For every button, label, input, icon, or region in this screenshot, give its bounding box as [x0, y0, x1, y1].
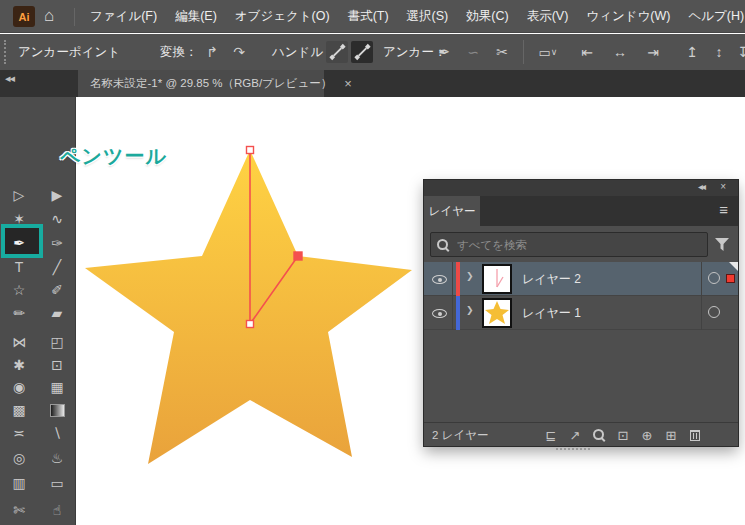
perspective-grid-tool[interactable]: ▦ — [40, 376, 74, 398]
eyedropper-tool[interactable]: ∖ — [40, 422, 74, 444]
delete-layer-icon[interactable] — [684, 423, 706, 447]
layer-row-レイヤー1[interactable]: ❯レイヤー 1 — [424, 296, 738, 330]
hide-handles-icon[interactable] — [351, 41, 373, 63]
symbol-tool[interactable]: ◎ — [2, 447, 36, 469]
collapse-panel-icon[interactable]: ◂◂ — [698, 181, 704, 192]
locate-object-icon[interactable] — [588, 423, 610, 447]
align-middle-vertical-icon[interactable]: ↕ — [707, 34, 731, 70]
gradient-tool[interactable] — [40, 399, 74, 421]
smooth-segment-icon[interactable]: ∽ — [461, 34, 485, 70]
new-sublayer-icon[interactable]: ⊕ — [636, 423, 658, 447]
star-shape[interactable] — [85, 150, 412, 464]
align-top-icon[interactable]: ↥ — [680, 34, 704, 70]
visibility-eye-icon[interactable] — [432, 309, 447, 318]
home-icon[interactable]: ⌂ — [44, 5, 54, 27]
menubar: Ai ⌂ ファイル(F)編集(E)オブジェクト(O)書式(T)選択(S)効果(C… — [0, 0, 745, 33]
artboard-tool[interactable]: ▭ — [40, 472, 74, 494]
add-anchor-pen-icon[interactable]: ✒ — [432, 34, 456, 70]
illustrator-window: Ai ⌂ ファイル(F)編集(E)オブジェクト(O)書式(T)選択(S)効果(C… — [0, 0, 745, 525]
panel-fold-corner — [729, 262, 738, 271]
line-segment-tool[interactable]: ╱ — [40, 256, 74, 278]
menubar-divider — [74, 8, 75, 26]
align-bottom-icon[interactable]: ↧ — [731, 34, 745, 70]
shaper-tool[interactable]: ✏ — [2, 302, 36, 324]
illustrator-logo[interactable]: Ai — [13, 6, 35, 27]
shape-builder-tool[interactable]: ◉ — [2, 376, 36, 398]
align-center-horizontal-icon[interactable]: ↔ — [608, 34, 632, 70]
collect-in-new-layer-icon[interactable]: ⊑ — [540, 423, 562, 447]
pen-tool-callout: ペンツール — [60, 143, 167, 170]
menu-item-8[interactable]: ヘルプ(H) — [688, 8, 744, 25]
menu-item-4[interactable]: 選択(S) — [407, 8, 449, 25]
expand-chevron-icon[interactable]: ❯ — [466, 305, 474, 315]
search-input[interactable] — [430, 232, 708, 257]
reflect-tool[interactable]: ⋈ — [2, 331, 36, 353]
anchor-point-selected[interactable] — [294, 252, 302, 260]
scale-tool[interactable]: ◰ — [40, 331, 74, 353]
eraser-tool[interactable]: ▰ — [40, 302, 74, 324]
menu-item-5[interactable]: 効果(C) — [466, 8, 508, 25]
release-to-layers-icon[interactable]: ↗ — [564, 423, 586, 447]
pen-tool[interactable]: ✒ — [2, 232, 36, 254]
panel-menu-icon[interactable]: ≡ — [719, 201, 728, 218]
menu-item-6[interactable]: 表示(V) — [527, 8, 569, 25]
new-layer-icon[interactable]: ⊞ — [660, 423, 682, 447]
anchor-point-0[interactable] — [247, 147, 254, 154]
convert-to-corner-icon[interactable]: ↱ — [200, 34, 224, 70]
close-tab-icon[interactable]: × — [344, 76, 352, 91]
layer-color-bar — [456, 296, 460, 330]
align-right-icon[interactable]: ⇥ — [641, 34, 665, 70]
menu-item-3[interactable]: 書式(T) — [348, 8, 389, 25]
layer-thumbnail[interactable] — [482, 264, 512, 294]
controlbar-grip[interactable] — [4, 40, 6, 64]
panel-resize-grip[interactable] — [556, 448, 590, 450]
layer-row-レイヤー2[interactable]: ❯レイヤー 2 — [424, 262, 738, 296]
menu-item-2[interactable]: オブジェクト(O) — [235, 8, 330, 25]
magic-wand-tool[interactable]: ✶ — [2, 208, 36, 230]
width-tool[interactable]: ≍ — [2, 422, 36, 444]
controlbar-divider — [523, 40, 524, 64]
selection-indicator — [727, 275, 734, 282]
slice-tool[interactable]: ✄ — [2, 499, 36, 521]
expand-chevron-icon[interactable]: ❯ — [466, 271, 474, 281]
document-tab[interactable]: 名称未設定-1* @ 29.85 %（RGB/プレビュー） × — [78, 70, 324, 97]
close-panel-icon[interactable]: × — [720, 181, 726, 192]
menu-item-0[interactable]: ファイル(F) — [90, 8, 157, 25]
anchor-point-1[interactable] — [247, 321, 254, 328]
layer-name[interactable]: レイヤー 2 — [522, 271, 581, 288]
direct-selection-tool[interactable]: ▶ — [40, 184, 74, 206]
cut-path-icon[interactable]: ✂ — [490, 34, 514, 70]
document-title: 名称未設定-1* @ 29.85 %（RGB/プレビュー） — [78, 76, 332, 91]
target-circle-icon[interactable] — [708, 272, 720, 284]
type-tool[interactable]: T — [2, 256, 36, 278]
target-circle-icon[interactable] — [708, 306, 720, 318]
convert-to-smooth-icon[interactable]: ↷ — [227, 34, 251, 70]
show-handles-icon[interactable] — [326, 41, 348, 63]
search-icon — [437, 239, 450, 252]
lasso-tool[interactable]: ∿ — [40, 208, 74, 230]
layer-thumbnail[interactable] — [482, 298, 512, 328]
menu-item-7[interactable]: ウィンドウ(W) — [586, 8, 670, 25]
paintbrush-tool[interactable]: ✐ — [40, 279, 74, 301]
free-transform-tool[interactable]: ⊡ — [40, 354, 74, 376]
tab-layers[interactable]: レイヤー — [424, 196, 480, 226]
visibility-eye-icon[interactable] — [432, 275, 447, 284]
align-left-icon[interactable]: ⇤ — [575, 34, 599, 70]
hand-tool[interactable]: ☝ — [40, 499, 74, 521]
mesh-tool[interactable]: ▩ — [2, 399, 36, 421]
column-graph-tool[interactable]: ▥ — [2, 472, 36, 494]
collapse-tools-icon[interactable]: ◂◂ — [5, 72, 14, 85]
symbol-sprayer-tool[interactable]: ♨ — [40, 447, 74, 469]
curvature-tool[interactable]: ✑ — [40, 232, 74, 254]
anchor-point-label: アンカーポイント — [18, 34, 120, 70]
artboard-options-icon[interactable]: ▭∨ — [535, 43, 561, 61]
control-bar: アンカーポイント 変換： ↱↷ ハンドル： アンカー： ✒∽✂ ▭∨ ⇤↔⇥↥↕… — [0, 34, 745, 70]
selection-tool[interactable]: ▷ — [2, 184, 36, 206]
filter-icon[interactable] — [715, 238, 729, 251]
shape-tool[interactable]: ☆ — [2, 279, 36, 301]
make-clipping-mask-icon[interactable]: ⊡ — [612, 423, 634, 447]
layer-name[interactable]: レイヤー 1 — [522, 305, 581, 322]
puppet-warp-tool[interactable]: ✱ — [2, 354, 36, 376]
layers-panel-footer: 2 レイヤー ⊑↗⊡⊕⊞ — [424, 422, 738, 446]
menu-item-1[interactable]: 編集(E) — [175, 8, 217, 25]
